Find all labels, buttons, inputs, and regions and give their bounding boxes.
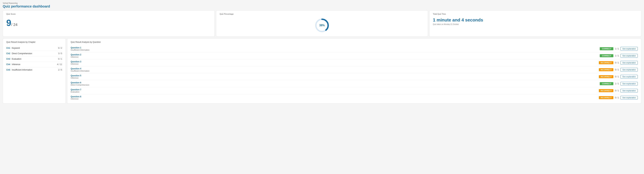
chapter-name: Direct Comprehension: [12, 52, 32, 55]
question-section-title: Quiz Result Analysis by Question: [71, 41, 638, 43]
top-cards: Quiz Score 9 / 24 Quiz Percentage 38%: [3, 11, 641, 37]
see-explanation-button[interactable]: See explanation: [620, 61, 638, 65]
see-explanation-button[interactable]: See explanation: [620, 75, 638, 79]
chapter-list: Ch1 Keyword 0 / 2 Ch2 Direct Comprehensi…: [6, 45, 62, 72]
question-score: 0 / 1: [614, 76, 620, 78]
question-name: Question 6: [71, 81, 101, 84]
chapter-name-cell: Ch1 Keyword: [6, 47, 20, 49]
chapter-id: Ch4: [6, 63, 10, 66]
question-list: Question 1 Insufficient Information CORR…: [71, 45, 638, 101]
chapter-name-cell: Ch2 Direct Comprehension: [6, 52, 32, 55]
question-info: Question 6 Direct Comprehension: [71, 81, 101, 86]
question-score: 1 / 1: [614, 48, 620, 50]
chapter-score: 3 / 5: [58, 52, 62, 55]
chapter-score: 2 / 5: [58, 69, 62, 71]
chapter-score: 0 / 1: [58, 58, 62, 60]
status-badge: CORRECT: [600, 82, 613, 85]
chapter-name-cell: Ch3 Evaluation: [6, 58, 21, 60]
donut-label: 38%: [319, 24, 325, 27]
see-explanation-button[interactable]: See explanation: [620, 96, 638, 100]
chapter-analysis-card: Quiz Result Analysis by Chapter Ch1 Keyw…: [3, 38, 66, 104]
question-right: INCORRECT 0 / 1 See explanation: [599, 96, 638, 100]
score-row: 9 / 24: [6, 17, 211, 29]
quiz-score-title: Quiz Score: [6, 13, 211, 15]
see-explanation-button[interactable]: See explanation: [620, 89, 638, 93]
question-type: Evaluation: [71, 91, 101, 93]
question-row: Question 8 Inference INCORRECT 0 / 1 See…: [71, 94, 638, 101]
question-info: Question 2 Inference: [71, 54, 101, 58]
percentage-center: 38%: [220, 17, 424, 34]
question-type: Insufficient Information: [71, 70, 101, 72]
question-row: Question 5 Inference INCORRECT 0 / 1 See…: [71, 73, 638, 80]
question-name: Question 8: [71, 95, 101, 98]
question-info: Question 5 Inference: [71, 74, 101, 79]
question-row: Question 7 Evaluation INCORRECT 0 / 1 Se…: [71, 87, 638, 94]
chapter-score: 0 / 2: [58, 47, 62, 49]
question-right: CORRECT 1 / 1 See explanation: [600, 47, 638, 51]
chapter-id: Ch2: [6, 52, 10, 55]
question-type: Direct Comprehension: [71, 84, 101, 86]
chapter-section-title: Quiz Result Analysis by Chapter: [6, 41, 62, 43]
question-type: Inference: [71, 56, 101, 58]
chapter-name: Keyword: [12, 47, 20, 49]
chapter-row: Ch2 Direct Comprehension 3 / 5: [6, 51, 62, 56]
question-score: 0 / 1: [614, 96, 620, 99]
page-subtitle: Verbal Reasoning: [3, 2, 641, 4]
bottom-section: Quiz Result Analysis by Chapter Ch1 Keyw…: [3, 38, 641, 104]
question-name: Question 1: [71, 47, 101, 49]
see-explanation-button[interactable]: See explanation: [620, 82, 638, 86]
question-info: Question 3 Inference: [71, 61, 101, 65]
question-row: Question 1 Insufficient Information CORR…: [71, 45, 638, 52]
chapter-row: Ch5 Insufficient Information 2 / 5: [6, 67, 62, 72]
question-analysis-card: Quiz Result Analysis by Question Questio…: [67, 38, 641, 104]
question-name: Question 4: [71, 68, 101, 70]
page-title: Quiz performance dashboard: [3, 5, 641, 8]
question-right: INCORRECT 0 / 1 See explanation: [599, 61, 638, 65]
status-badge: INCORRECT: [599, 68, 613, 71]
chapter-name: Inference: [12, 63, 20, 66]
time-subtitle: Quiz taken on Monday 21 October: [433, 23, 638, 25]
see-explanation-button[interactable]: See explanation: [620, 54, 638, 58]
question-info: Question 4 Insufficient Information: [71, 68, 101, 72]
question-type: Inference: [71, 77, 101, 79]
question-name: Question 3: [71, 61, 101, 63]
question-type: Inference: [71, 98, 101, 100]
question-right: INCORRECT 0 / 1 See explanation: [599, 75, 638, 79]
quiz-percentage-title: Quiz Percentage: [220, 13, 424, 15]
status-badge: INCORRECT: [599, 75, 613, 78]
question-name: Question 5: [71, 74, 101, 77]
question-right: CORRECT 1 / 1 See explanation: [600, 82, 638, 86]
time-value: 1 minute and 4 seconds: [433, 17, 638, 23]
question-row: Question 6 Direct Comprehension CORRECT …: [71, 80, 638, 87]
status-badge: INCORRECT: [599, 96, 613, 99]
question-score: 1 / 1: [614, 55, 620, 57]
score-value: 9: [6, 19, 11, 27]
question-score: 0 / 1: [614, 69, 620, 71]
chapter-row: Ch1 Keyword 0 / 2: [6, 45, 62, 51]
chapter-row: Ch3 Evaluation 0 / 1: [6, 56, 62, 62]
chapter-id: Ch5: [6, 69, 10, 71]
quiz-time-title: Total Quiz Time: [433, 13, 638, 15]
question-score: 1 / 1: [614, 82, 620, 85]
question-info: Question 1 Insufficient Information: [71, 47, 101, 51]
quiz-percentage-card: Quiz Percentage 38%: [216, 11, 428, 37]
quiz-score-card: Quiz Score 9 / 24: [3, 11, 215, 37]
question-info: Question 7 Evaluation: [71, 88, 101, 93]
question-right: INCORRECT 0 / 1 See explanation: [599, 89, 638, 93]
question-right: INCORRECT 0 / 1 See explanation: [599, 68, 638, 72]
question-row: Question 2 Inference CORRECT 1 / 1 See e…: [71, 52, 638, 59]
chapter-name: Evaluation: [12, 58, 21, 60]
chapter-name-cell: Ch5 Insufficient Information: [6, 69, 32, 71]
status-badge: INCORRECT: [599, 61, 613, 64]
page-wrapper: Verbal Reasoning Quiz performance dashbo…: [0, 0, 644, 106]
status-badge: CORRECT: [600, 54, 613, 57]
question-score: 0 / 1: [614, 62, 620, 64]
see-explanation-button[interactable]: See explanation: [620, 68, 638, 72]
question-score: 0 / 1: [614, 89, 620, 92]
question-right: CORRECT 1 / 1 See explanation: [600, 54, 638, 58]
donut-chart: 38%: [314, 18, 330, 33]
chapter-row: Ch4 Inference 4 / 11: [6, 62, 62, 67]
status-badge: CORRECT: [600, 47, 613, 50]
see-explanation-button[interactable]: See explanation: [620, 47, 638, 51]
question-name: Question 2: [71, 54, 101, 56]
